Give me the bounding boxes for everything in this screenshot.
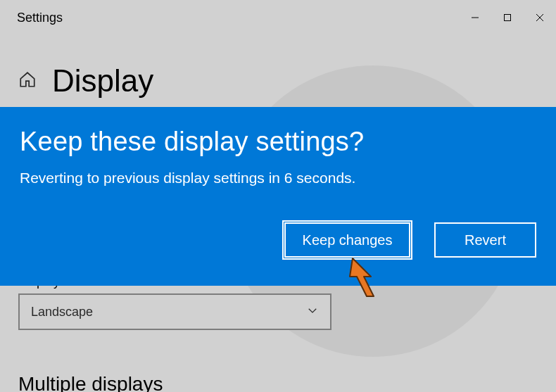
keep-changes-button[interactable]: Keep changes (284, 222, 410, 258)
multiple-displays-title: Multiple displays (18, 373, 163, 392)
titlebar: Settings (0, 0, 556, 35)
page-title: Display (52, 63, 153, 99)
display-orientation-dropdown[interactable]: Landscape (18, 293, 331, 330)
maximize-icon (503, 13, 512, 22)
dialog-buttons: Keep changes Revert (284, 222, 536, 258)
page-header: Display (18, 63, 538, 99)
dialog-title: Keep these display settings? (20, 127, 536, 157)
minimize-button[interactable] (459, 0, 491, 35)
window-controls (459, 0, 556, 35)
content-area: Display (0, 35, 556, 99)
confirm-display-dialog: Keep these display settings? Reverting t… (0, 107, 556, 286)
minimize-icon (471, 13, 479, 22)
svg-rect-1 (505, 15, 511, 21)
dropdown-selected-value: Landscape (31, 305, 93, 320)
window-title: Settings (17, 11, 63, 25)
settings-window: Settings Display Display orientation Lan… (0, 0, 556, 392)
close-icon (536, 13, 544, 22)
close-button[interactable] (524, 0, 556, 35)
chevron-down-icon (306, 304, 319, 320)
home-icon[interactable] (18, 70, 37, 91)
dialog-message: Reverting to previous display settings i… (20, 170, 536, 186)
maximize-button[interactable] (491, 0, 524, 35)
revert-button[interactable]: Revert (434, 222, 536, 258)
multiple-displays-section: Multiple displays (18, 373, 163, 392)
